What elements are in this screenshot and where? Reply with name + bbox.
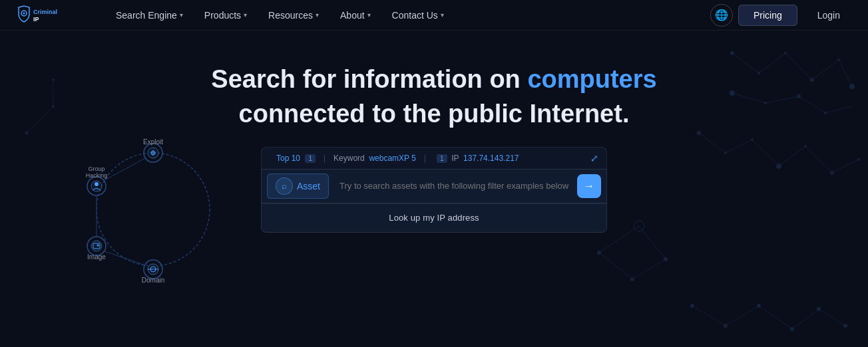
nav-item-about[interactable]: About ▾ [331,6,380,25]
search-tabs: Top 10 1 | Keyword webcamXP 5 | 1 IP 137… [261,147,607,169]
nav-contact-us-label: Contact Us [392,10,438,21]
svg-line-43 [692,306,726,326]
hero-subtitle: connected to the public Internet. [239,100,630,128]
nav-products-label: Products [204,10,241,21]
tab-keyword-value: webcamXP 5 [369,154,415,163]
main-content: Search for information on computers conn… [0,31,868,233]
nav-item-contact-us[interactable]: Contact Us ▾ [383,6,453,25]
tab-top10-label: Top 10 [276,154,300,163]
contact-us-chevron-icon: ▾ [441,11,444,19]
about-chevron-icon: ▾ [367,11,371,19]
search-type-icon: ⌕ [276,177,293,195]
login-label: Login [817,10,840,21]
navbar: Criminal IP Search Engine ▾ Products ▾ R… [0,0,868,31]
hero-subtitle-text: connected to the public Internet. [239,100,630,128]
hero-title-highlight: computers [527,65,656,93]
lookup-ip-label: Look up my IP address [389,213,479,223]
lookup-bar[interactable]: Look up my IP address [261,203,607,233]
nav-resources-label: Resources [268,10,313,21]
tab-ip-badge: 1 [437,154,447,163]
nav-item-products[interactable]: Products ▾ [195,6,256,25]
tab-keyword[interactable]: Keyword webcamXP 5 [327,152,423,165]
tab-ip[interactable]: 1 IP 137.74.143.217 [427,152,525,165]
tab-top10[interactable]: Top 10 1 [270,152,322,165]
svg-text:Criminal: Criminal [33,9,57,15]
logo-image: Criminal IP [13,5,87,26]
search-type-label: Asset [297,181,320,191]
search-arrow-icon: → [584,180,594,192]
nav-item-resources[interactable]: Resources ▾ [259,6,328,25]
login-button[interactable]: Login [803,5,855,25]
hero-title: Search for information on computers [211,64,656,96]
search-engine-chevron-icon: ▾ [180,11,183,19]
svg-line-34 [599,253,632,279]
nav-links: Search Engine ▾ Products ▾ Resources ▾ A… [107,6,710,25]
search-bar: ⌕ Asset → [261,169,607,203]
nav-right: 🌐 Pricing Login [710,4,855,27]
lookup-ip-button[interactable]: Look up my IP address [389,213,479,223]
tab-ip-value: 137.74.143.217 [463,154,519,163]
products-chevron-icon: ▾ [244,11,247,19]
tab-top10-badge: 1 [305,154,316,163]
hero-title-part1: Search for information on [211,65,527,93]
svg-line-44 [726,306,759,326]
svg-point-57 [23,12,25,14]
tab-ip-label: IP [451,154,459,163]
nav-about-label: About [340,10,365,21]
pricing-button[interactable]: Pricing [738,5,797,26]
svg-line-45 [759,306,792,329]
tab-divider-1: | [324,154,326,163]
globe-icon: 🌐 [715,9,728,21]
tab-divider-2: | [424,154,426,163]
search-type-tag: ⌕ Asset [267,174,329,199]
logo[interactable]: Criminal IP [13,5,87,26]
search-magnifier-icon: ⌕ [282,181,287,191]
svg-line-35 [632,259,666,279]
svg-line-46 [792,309,819,329]
expand-icon[interactable]: ⤢ [590,153,598,164]
nav-search-engine-label: Search Engine [116,10,177,21]
search-submit-button[interactable]: → [577,174,601,198]
search-input[interactable] [334,181,577,191]
search-widget: Top 10 1 | Keyword webcamXP 5 | 1 IP 137… [261,147,607,233]
language-button[interactable]: 🌐 [710,4,733,27]
svg-text:IP: IP [33,16,39,23]
nav-item-search-engine[interactable]: Search Engine ▾ [107,6,192,25]
pricing-label: Pricing [754,10,782,21]
resources-chevron-icon: ▾ [316,11,319,19]
svg-line-47 [819,309,845,326]
tab-keyword-label: Keyword [333,154,365,163]
